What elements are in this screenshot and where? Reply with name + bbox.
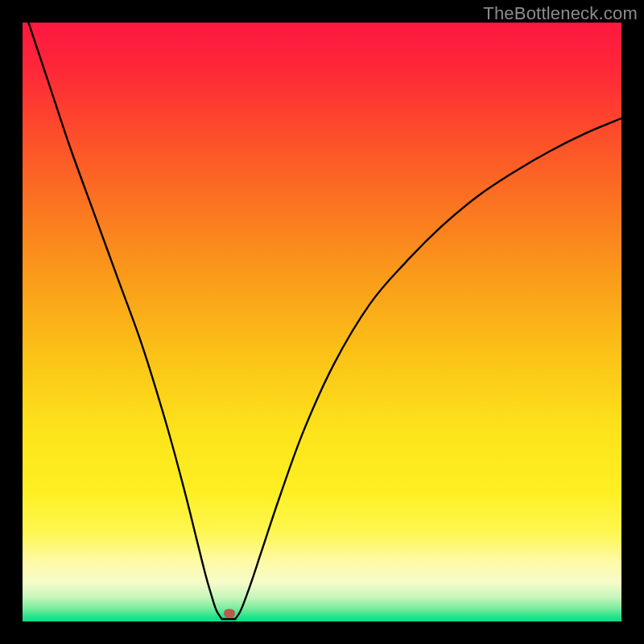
chart-stage: TheBottleneck.com [0, 0, 644, 644]
plot-area [23, 23, 621, 621]
minimum-marker [224, 609, 235, 618]
curve-left-branch [28, 23, 221, 619]
bottleneck-curve [23, 23, 621, 621]
curve-right-branch [235, 118, 621, 619]
watermark-text: TheBottleneck.com [483, 3, 638, 24]
